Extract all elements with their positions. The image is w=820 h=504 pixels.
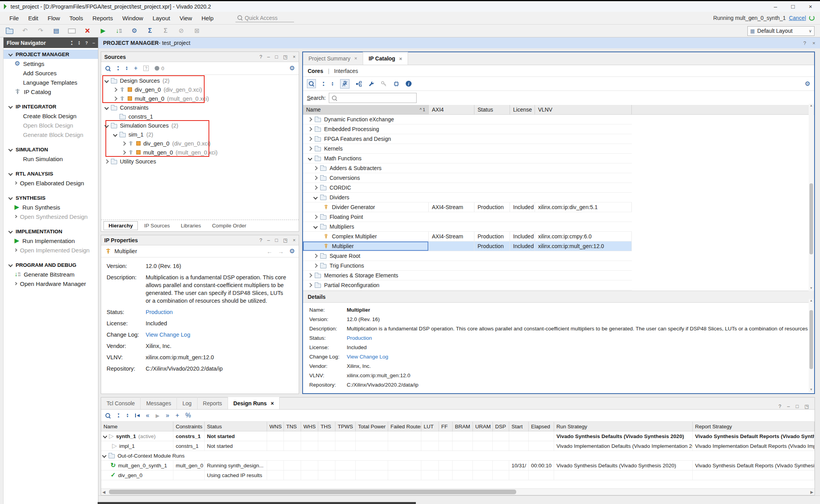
catalog-category-memories-&-storage-elements[interactable]: Memories & Storage Elements [303,271,632,280]
sidebar-item-generate-block-design[interactable]: Generate Block Design [4,130,98,139]
generate-bitstream-icon[interactable]: ↓0110 [115,27,123,34]
details-value[interactable]: View Change Log [347,353,388,360]
sidebar-item-generate-bitstream[interactable]: ↓0110Generate Bitstream [4,270,98,279]
gear-icon[interactable]: ⚙ [289,65,295,71]
column-header-total-power[interactable]: Total Power [356,422,388,431]
sidebar-item-settings[interactable]: ⚙Settings [4,59,98,68]
column-header-constraints[interactable]: Constraints [173,422,205,431]
catalog-category-multipliers[interactable]: Multipliers [303,222,632,232]
menu-view[interactable]: View [175,13,197,23]
context-help-icon[interactable]: ? [803,40,806,46]
tab-log[interactable]: Log [177,397,197,409]
bottom-panel-float-icon[interactable]: ◳ [804,403,809,409]
column-header-ff[interactable]: FF [439,422,453,431]
gear-icon[interactable]: ⚙ [289,248,295,254]
sidebar-item-open-synthesized-design[interactable]: Open Synthesized Design [4,212,98,221]
tab-messages[interactable]: Messages [141,397,177,409]
catalog-category-cordic[interactable]: CORDIC [303,183,632,193]
column-header-status[interactable]: Status [205,422,267,431]
sidebar-item-run-synthesis[interactable]: ▶Run Synthesis [4,202,98,212]
column-header-axi4[interactable]: AXI4 [429,105,474,114]
add-icon[interactable]: + [134,65,137,71]
flow-section-header[interactable]: SIMULATION [4,145,98,154]
menu-layout[interactable]: Layout [148,13,175,23]
menu-window[interactable]: Window [118,13,148,23]
tab-project-summary[interactable]: Project Summary× [303,52,363,65]
column-header-report-strategy[interactable]: Report Strategy [693,422,815,431]
sidebar-item-open-elaborated-design[interactable]: Open Elaborated Design [4,178,98,188]
quick-access-search[interactable]: Quick Access [235,14,294,22]
flow-section-header[interactable]: IP INTEGRATOR [4,102,98,111]
bottom-panel-minimize-icon[interactable]: ‒ [787,404,790,409]
scroll-down-icon[interactable]: ▼ [810,388,813,392]
sources-panel-close-icon[interactable]: × [293,54,296,60]
layout-selector[interactable]: ▦ Default Layout ∨ [747,26,815,36]
properties-panel-float-icon[interactable]: ◳ [283,237,288,243]
catalog-category-conversions[interactable]: Conversions [303,173,632,183]
add-repository-icon[interactable] [393,81,399,87]
tab-reports[interactable]: Reports [198,397,228,409]
tree-item-sim_1[interactable]: sim_1(2) [101,130,299,139]
tab-ip-sources[interactable]: IP Sources [139,222,175,230]
menu-reports[interactable]: Reports [88,13,118,23]
step-forward-icon[interactable]: » [166,412,169,419]
tree-item-constrs_1[interactable]: constrs_1 [101,112,299,121]
expand-all-icon[interactable]: ▲▼ [331,82,334,86]
design-run-row-div_gen_0[interactable]: ✓div_gen_0Using cached IP results [101,470,815,480]
sidebar-item-create-block-design[interactable]: Create Block Design [4,111,98,121]
flow-section-header[interactable]: PROJECT MANAGER [4,50,98,59]
sources-panel-float-icon[interactable]: ◳ [283,54,288,60]
customize-ip-icon[interactable] [368,81,374,87]
tree-item-Simulation Sources[interactable]: Simulation Sources(2) [101,121,299,130]
design-run-row-mult_gen_0_synth_1[interactable]: ↻mult_gen_0_synth_1mult_gen_0Running syn… [101,461,815,470]
catalog-category-math-functions[interactable]: Math Functions [303,154,632,163]
property-value[interactable]: View Change Log [146,331,190,339]
report-icon[interactable]: ▤ [52,28,60,34]
column-header-whs[interactable]: WHS [301,422,318,431]
messages-badge-icon[interactable]: 0 [155,66,164,71]
column-header-start[interactable]: Start [509,422,529,431]
column-header-uram[interactable]: URAM [473,422,493,431]
disabled-sigma-icon[interactable]: Σ [162,28,169,34]
window-close-icon[interactable]: × [809,3,812,10]
menu-tools[interactable]: Tools [65,13,88,23]
bottom-panel-help-icon[interactable]: ? [779,404,781,409]
sidebar-item-run-simulation[interactable]: Run Simulation [4,154,98,163]
back-arrow-icon[interactable]: ← [267,248,273,255]
column-header-lut[interactable]: LUT [421,422,439,431]
ip-catalog-icon[interactable] [14,89,21,95]
sidebar-item-run-implementation[interactable]: ▶Run Implementation [4,236,98,245]
help-box-icon[interactable]: ? [143,66,149,71]
pin-icon[interactable] [340,79,349,89]
menu-file[interactable]: File [5,13,23,23]
column-header-ths[interactable]: THS [318,422,335,431]
window-minimize-icon[interactable]: ‒ [774,3,777,10]
gear-icon[interactable]: ⚙ [805,81,810,87]
scroll-right-icon[interactable]: ▶ [809,490,815,494]
column-header-failed-routes[interactable]: Failed Routes [388,422,421,431]
catalog-category-kernels[interactable]: Kernels [303,144,632,154]
tree-item-mult_gen_0[interactable]: mult_gen_0(mult_gen_0.xci) [101,148,299,157]
flow-section-header[interactable]: SYNTHESIS [4,193,98,202]
catalog-row-complex-multiplier[interactable]: Complex MultiplierAXI4-StreamProductionI… [303,232,632,241]
catalog-category-embedded-processing[interactable]: Embedded Processing [303,124,632,134]
properties-panel-help-icon[interactable]: ? [259,238,262,243]
properties-panel-minimize-icon[interactable]: ‒ [267,238,270,243]
catalog-category-partial-reconfiguration[interactable]: Partial Reconfiguration [303,280,632,290]
collapse-all-icon[interactable]: ▼▲ [322,82,325,86]
generate-bitstream-icon[interactable]: ↓0110 [14,271,21,278]
column-header-license[interactable]: License [510,105,535,114]
catalog-category-adders-&-subtracters[interactable]: Adders & Subtracters [303,163,632,173]
column-header-bram[interactable]: BRAM [453,422,473,431]
scroll-up-icon[interactable]: ▲ [810,299,813,303]
run-icon[interactable]: ▶ [99,28,107,34]
property-value[interactable]: Production [146,308,173,316]
disabled-attach-icon[interactable]: ⊘ [177,28,185,34]
step-back-icon[interactable]: « [146,412,150,419]
catalog-category-dividers[interactable]: Dividers [303,193,632,202]
subtab-interfaces[interactable]: Interfaces [334,68,358,74]
percent-icon[interactable]: % [185,412,191,419]
design-run-row-synth_1[interactable]: ▷synth_1(active)constrs_1Not startedViva… [101,431,815,441]
scroll-left-icon[interactable]: ◀ [101,490,107,494]
tree-item-div_gen_0[interactable]: div_gen_0(div_gen_0.xci) [101,139,299,148]
